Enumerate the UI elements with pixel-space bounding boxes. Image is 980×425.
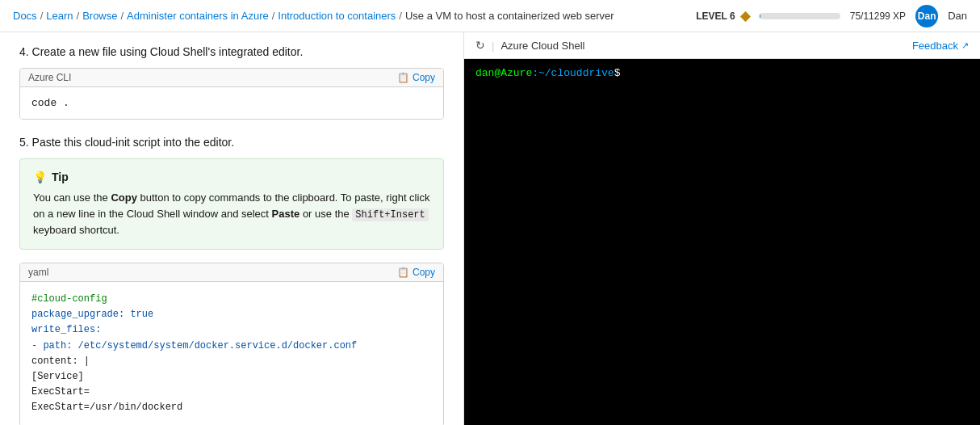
yaml-copy-label: Copy [413, 267, 435, 278]
yaml-copy-button[interactable]: 📋 Copy [397, 267, 435, 278]
tip-label: Tip [52, 170, 69, 183]
shell-separator: | [492, 40, 494, 52]
yaml-code-block: yaml 📋 Copy #cloud-config package_upgrad… [19, 263, 444, 425]
copy-icon: 📋 [397, 72, 409, 83]
main-layout: 4. Create a new file using Cloud Shell's… [0, 32, 980, 425]
yaml-line8: ExecStart=/usr/bin/dockerd [31, 400, 432, 415]
tip-text: You can use the Copy button to copy comm… [33, 190, 430, 238]
terminal-dollar: $ [614, 67, 621, 79]
nav-browse[interactable]: Browse [82, 10, 117, 22]
level-icon: ◆ [740, 8, 750, 23]
yaml-lang-label: yaml [28, 267, 48, 278]
user-name: Dan [948, 10, 967, 22]
sep4: / [272, 10, 275, 22]
step4-copy-label: Copy [413, 72, 435, 83]
yaml-code-content: #cloud-config package_upgrade: true writ… [20, 282, 443, 425]
terminal-area[interactable]: dan@Azure:~/clouddrive$ ┃ [464, 59, 980, 425]
lightbulb-icon: 💡 [33, 170, 47, 183]
yaml-copy-icon: 📋 [397, 267, 409, 278]
feedback-link[interactable]: Feedback ↗ [912, 40, 969, 52]
right-panel: ↻ | Azure Cloud Shell Feedback ↗ dan@Azu… [464, 32, 980, 425]
avatar-initials: Dan [918, 11, 936, 22]
sep2: / [77, 10, 80, 22]
yaml-line5: content: | [31, 354, 432, 369]
cloud-shell-left: ↻ | Azure Cloud Shell [475, 39, 584, 52]
external-link-icon: ↗ [961, 40, 969, 51]
tip-shortcut: Shift+Insert [352, 208, 428, 221]
tip-box: 💡 Tip You can use the Copy button to cop… [19, 158, 444, 250]
avatar: Dan [915, 5, 938, 27]
nav-right: LEVEL 6 ◆ 75/11299 XP Dan Dan [696, 5, 967, 27]
nav-learn[interactable]: Learn [46, 10, 73, 22]
step4-code-block: Azure CLI 📋 Copy code . [19, 68, 444, 120]
yaml-line4: - path: /etc/systemd/system/docker.servi… [31, 339, 432, 354]
step4-heading: 4. Create a new file using Cloud Shell's… [19, 45, 444, 58]
step4-code-content: code . [20, 87, 443, 119]
top-nav: Docs / Learn / Browse / Administer conta… [0, 0, 980, 32]
tip-text-1: You can use the [33, 191, 111, 204]
yaml-line2: package_upgrade: true [31, 307, 432, 322]
left-panel: 4. Create a new file using Cloud Shell's… [0, 32, 464, 425]
step4-lang-label: Azure CLI [28, 72, 71, 83]
yaml-line6: [Service] [31, 369, 432, 385]
yaml-code-header: yaml 📋 Copy [20, 263, 443, 282]
yaml-line1: #cloud-config [31, 292, 432, 307]
tip-header: 💡 Tip [33, 170, 430, 183]
shell-title: Azure Cloud Shell [500, 40, 584, 52]
step5-heading: 5. Paste this cloud-init script into the… [19, 136, 444, 149]
terminal-prompt: dan@Azure:~/clouddrive$ [475, 67, 969, 79]
step4-code-text: code . [31, 97, 69, 109]
xp-bar [760, 13, 840, 19]
nav-intro-containers[interactable]: Introduction to containers [278, 10, 396, 22]
yaml-line7: ExecStart= [31, 385, 432, 400]
nav-admin-containers[interactable]: Administer containers in Azure [127, 10, 269, 22]
tip-text-4: keyboard shortcut. [33, 224, 119, 236]
step4-code-header: Azure CLI 📋 Copy [20, 69, 443, 87]
nav-docs[interactable]: Docs [13, 10, 37, 22]
xp-bar-fill [760, 13, 760, 19]
tip-copy-word: Copy [111, 191, 137, 204]
tip-paste-word: Paste [272, 208, 300, 220]
nav-current-page: Use a VM to host a containerized web ser… [405, 10, 614, 22]
level-badge: LEVEL 6 ◆ [696, 8, 749, 23]
cloud-shell-header: ↻ | Azure Cloud Shell Feedback ↗ [464, 32, 980, 59]
step4-copy-button[interactable]: 📋 Copy [397, 72, 435, 83]
sep1: / [40, 10, 44, 22]
level-label: LEVEL 6 [696, 11, 735, 22]
xp-text: 75/11299 XP [850, 11, 906, 22]
sep3: / [120, 10, 124, 22]
refresh-icon[interactable]: ↻ [475, 39, 485, 52]
terminal-user: dan@Azure [475, 67, 532, 79]
breadcrumb: Docs / Learn / Browse / Administer conta… [13, 10, 696, 22]
sep5: / [399, 10, 402, 22]
feedback-label: Feedback [912, 40, 958, 52]
terminal-path: :~/clouddrive [532, 67, 614, 79]
yaml-line3: write_files: [31, 322, 432, 338]
tip-text-3: or use the [299, 208, 352, 220]
